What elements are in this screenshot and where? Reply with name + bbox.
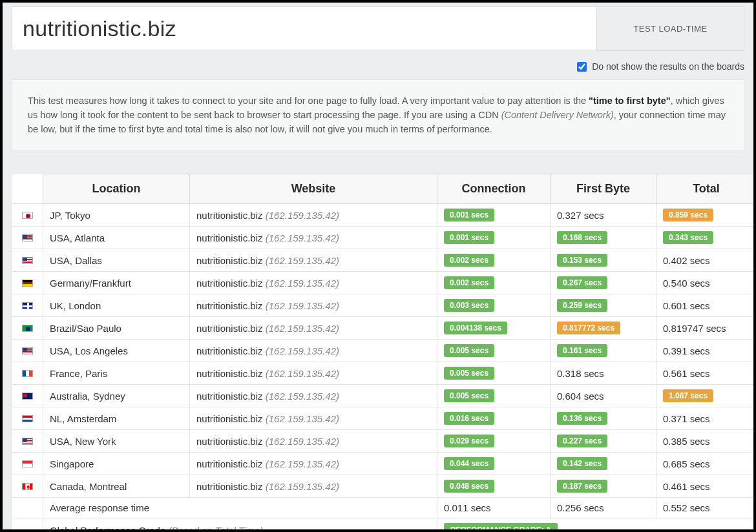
location-cell: Singapore [43,453,190,475]
col-total[interactable]: Total [656,174,757,204]
site-name: nutritionistic.biz [196,436,263,447]
metric-cell: 0.371 secs [656,407,757,430]
metric-cell: 0.385 secs [656,430,757,453]
metric-cell: 0.001 secs [437,227,551,249]
location-cell: JP, Tokyo [43,204,190,227]
metric-badge: 0.227 secs [557,435,607,447]
flag-cell [12,430,43,453]
metric-badge: 0.817772 secs [557,322,620,334]
flag-icon [22,393,33,400]
metric-badge: 0.003 secs [444,299,494,312]
hide-results-label: Do not show the results on the boards [592,61,744,72]
metric-cell: 0.402 secs [656,249,757,272]
average-value: 0.256 secs [551,498,656,518]
site-name: nutritionistic.biz [196,391,263,402]
site-ip: (162.159.135.42) [266,345,339,356]
metric-badge: 0.044 secs [444,457,494,470]
table-row: Germany/Frankfurtnutritionistic.biz (162… [12,272,757,294]
metric-badge: 0.267 secs [557,276,607,289]
location-cell: Brazil/Sao Paulo [43,317,190,340]
flag-cell [12,249,43,272]
average-label: Average response time [43,498,437,518]
metric-badge: 0.142 secs [557,457,607,470]
website-cell: nutritionistic.biz (162.159.135.42) [190,317,437,340]
flag-icon [22,280,33,287]
flag-cell [12,475,43,498]
site-name: nutritionistic.biz [196,255,263,266]
location-cell: France, Paris [43,362,190,385]
site-ip: (162.159.135.42) [266,436,339,447]
metric-cell: 0.859 secs [656,204,757,227]
col-connection[interactable]: Connection [437,174,551,204]
website-cell: nutritionistic.biz (162.159.135.42) [190,249,437,272]
col-website[interactable]: Website [190,174,437,204]
metric-badge: 0.005 secs [444,367,494,380]
metric-cell: 0.153 secs [551,249,656,272]
flag-cell [12,340,43,362]
col-flag [12,174,43,204]
hide-results-option[interactable]: Do not show the results on the boards [577,61,744,72]
table-row: Brazil/Sao Paulonutritionistic.biz (162.… [12,317,757,340]
website-cell: nutritionistic.biz (162.159.135.42) [190,204,437,227]
website-cell: nutritionistic.biz (162.159.135.42) [190,294,437,317]
location-cell: Canada, Montreal [43,475,190,498]
flag-icon [22,370,33,377]
site-ip: (162.159.135.42) [266,278,339,289]
table-row: USA, Los Angelesnutritionistic.biz (162.… [12,340,757,362]
grade-row: Global Performance Grade (Based on Total… [12,518,757,532]
website-cell: nutritionistic.biz (162.159.135.42) [190,430,437,453]
metric-cell: 0.327 secs [551,204,656,227]
site-ip: (162.159.135.42) [266,391,339,402]
col-first-byte[interactable]: First Byte [551,174,656,204]
test-load-time-button[interactable]: TEST LOAD-TIME [597,6,744,51]
site-name: nutritionistic.biz [196,323,263,334]
location-cell: USA, Atlanta [43,227,190,249]
flag-cell [12,272,43,294]
metric-cell: 0.461 secs [656,475,757,498]
col-location[interactable]: Location [43,174,190,204]
average-row: Average response time0.011 secs0.256 sec… [12,498,757,518]
metric-cell: 0.001 secs [437,204,551,227]
metric-cell: 0.142 secs [551,453,656,475]
metric-badge: 0.259 secs [557,299,607,312]
flag-cell [12,227,43,249]
metric-cell: 0.002 secs [437,249,551,272]
metric-cell: 0.004138 secs [437,317,551,340]
website-cell: nutritionistic.biz (162.159.135.42) [190,272,437,294]
metric-badge: 0.005 secs [444,344,494,357]
table-row: JP, Tokyonutritionistic.biz (162.159.135… [12,204,757,227]
hide-results-checkbox[interactable] [577,62,587,72]
flag-cell [12,294,43,317]
site-name: nutritionistic.biz [196,413,263,424]
metric-cell: 0.187 secs [551,475,656,498]
site-name: nutritionistic.biz [196,232,263,243]
website-cell: nutritionistic.biz (162.159.135.42) [190,475,437,498]
metric-badge: 0.002 secs [444,276,494,289]
metric-cell: 1.067 secs [656,385,757,407]
metric-badge: 0.343 secs [663,231,713,244]
table-row: USA, Atlantanutritionistic.biz (162.159.… [12,227,757,249]
metric-badge: 0.048 secs [444,480,494,493]
location-cell: UK, London [43,294,190,317]
website-cell: nutritionistic.biz (162.159.135.42) [190,385,437,407]
site-name: nutritionistic.biz [196,345,263,356]
table-row: USA, New Yorknutritionistic.biz (162.159… [12,430,757,453]
metric-cell: 0.002 secs [437,272,551,294]
grade-label: Global Performance Grade (Based on Total… [43,518,437,532]
site-name: nutritionistic.biz [196,368,263,379]
site-name: nutritionistic.biz [196,278,263,289]
metric-badge: 0.001 secs [444,231,494,244]
metric-cell: 0.604 secs [551,385,656,407]
metric-cell: 0.391 secs [656,340,757,362]
metric-cell: 0.318 secs [551,362,656,385]
site-ip: (162.159.135.42) [266,232,339,243]
flag-icon [22,460,33,467]
domain-input-box[interactable]: nutritionistic.biz [12,6,597,51]
flag-icon [22,415,33,422]
flag-cell [12,317,43,340]
location-cell: NL, Amsterdam [43,407,190,430]
flag-cell [12,407,43,430]
site-name: nutritionistic.biz [196,300,263,311]
table-row: Canada, Montrealnutritionistic.biz (162.… [12,475,757,498]
location-cell: Germany/Frankfurt [43,272,190,294]
